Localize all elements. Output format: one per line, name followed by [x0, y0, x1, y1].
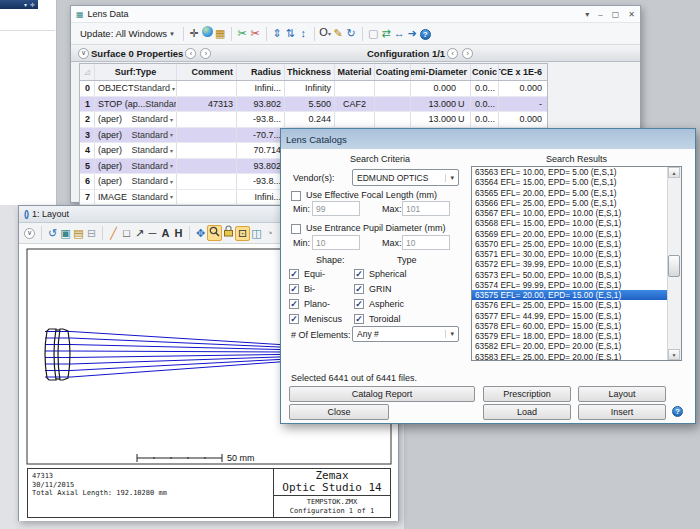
rectangle-tool-icon[interactable]: □ [120, 226, 133, 241]
efl-max-input[interactable] [402, 201, 450, 216]
text-tool-icon[interactable]: A [159, 226, 172, 241]
help-icon[interactable]: ? [672, 406, 683, 417]
comment-cell[interactable] [177, 174, 237, 189]
radius-cell[interactable]: 70.714 [237, 143, 285, 158]
help-icon[interactable]: ? [419, 26, 432, 41]
list-item[interactable]: 63568 EFL= 15.00, EPD= 10.00 (E,S,1) [472, 218, 669, 228]
dialog-titlebar[interactable]: Lens Catalogs [281, 129, 695, 149]
widen-columns-icon[interactable]: ↔ [393, 26, 406, 41]
maximize-icon[interactable]: ▢ [612, 10, 620, 19]
surface-type-dropdown[interactable]: Standard▾ [131, 114, 173, 124]
surface-type-dropdown[interactable]: Standard▾ [145, 99, 177, 109]
surf-type-cell[interactable]: STOP (ap...Standard▾ [95, 97, 177, 112]
thickness-cell[interactable]: 0.244 [285, 112, 335, 127]
scrollbar-thumb[interactable] [668, 255, 680, 277]
list-item[interactable]: 63566 EFL= 25.00, EPD= 5.00 (E,S,1) [472, 198, 669, 208]
use-epd-checkbox[interactable] [291, 224, 301, 234]
surface-sag-icon[interactable]: ✎ [332, 26, 345, 41]
print-icon[interactable]: ⊟ [85, 226, 98, 241]
list-item[interactable]: 63583 EFL= 25.00, EPD= 20.00 (E,S,1) [472, 352, 669, 362]
comment-cell[interactable] [177, 128, 237, 143]
update-all-windows-button[interactable]: Update: All Windows ▾ [75, 25, 179, 42]
comment-cell[interactable] [177, 159, 237, 174]
zoom-icon[interactable] [207, 225, 222, 241]
hline-tool-icon[interactable]: ─ [146, 226, 159, 241]
move-surface-icon[interactable]: ✛ [188, 26, 201, 41]
copy-icon[interactable]: ▣ [59, 226, 72, 241]
vendor-select[interactable]: EDMUND OPTICS ▾ [352, 169, 459, 186]
comment-cell[interactable]: 47313 [177, 97, 237, 112]
list-item[interactable]: 63571 EFL= 30.00, EPD= 10.00 (E,S,1) [472, 249, 669, 259]
surf-type-cell[interactable]: OBJECTStandard▾ [95, 81, 177, 96]
collapse-properties-icon[interactable]: ∨ [78, 48, 89, 59]
semidiam-cell[interactable]: 13.000U [411, 112, 471, 127]
scroll-down-icon[interactable]: ▼ [668, 349, 680, 360]
pan-icon[interactable]: ✥ [194, 226, 207, 241]
prev-surface-icon[interactable]: ‹ [185, 48, 196, 59]
surf-type-cell[interactable]: IMAGEStandard▾ [95, 190, 177, 205]
fit-columns-icon[interactable]: ⇄ [380, 26, 393, 41]
thickness-cell[interactable]: 5.500 [285, 97, 335, 112]
type-spherical-checkbox[interactable]: ✓ [354, 269, 364, 279]
elements-select[interactable]: Any # ▾ [352, 326, 459, 342]
list-item[interactable]: 63570 EFL= 25.00, EPD= 10.00 (E,S,1) [472, 239, 669, 249]
surface-type-dropdown[interactable]: Standard▾ [131, 161, 173, 171]
list-item[interactable]: 63578 EFL= 60.00, EPD= 15.00 (E,S,1) [472, 321, 669, 331]
surf-type-cell[interactable]: (aper)Standard▾ [95, 112, 177, 127]
type-grin-checkbox[interactable]: ✓ [354, 284, 364, 294]
shape-bi-checkbox[interactable]: ✓ [289, 284, 299, 294]
save-image-icon[interactable]: ▤ [72, 226, 85, 241]
material-cell[interactable]: CAF2 [335, 97, 375, 112]
height-tool-icon[interactable]: H [172, 226, 185, 241]
list-item[interactable]: 63565 EFL= 20.00, EPD= 5.00 (E,S,1) [472, 188, 669, 198]
thickness-cell[interactable]: Infinity [285, 81, 335, 96]
coating-cell[interactable] [375, 81, 411, 96]
radius-cell[interactable]: Infini... [237, 190, 285, 205]
radius-cell[interactable]: 93.802 [237, 159, 285, 174]
scrollbar[interactable]: ▲ ▼ [667, 167, 681, 360]
list-item[interactable]: 63564 EFL= 15.00, EPD= 5.00 (E,S,1) [472, 177, 669, 187]
shape-meniscus-checkbox[interactable]: ✓ [289, 314, 299, 324]
clone-window-icon[interactable]: ◫ [250, 226, 263, 241]
radius-cell[interactable]: 93.802 [237, 97, 285, 112]
coating-cell[interactable] [375, 97, 411, 112]
pin-icon[interactable]: ✛ [30, 1, 35, 8]
scroll-up-icon[interactable]: ▲ [668, 167, 680, 178]
goto-surface-icon[interactable]: ➜ [406, 26, 419, 41]
list-item[interactable]: 63569 EFL= 20.00, EPD= 10.00 (E,S,1) [472, 229, 669, 239]
type-toroidal-checkbox[interactable]: ✓ [354, 314, 364, 324]
list-item[interactable]: 63563 EFL= 10.00, EPD= 5.00 (E,S,1) [472, 167, 669, 177]
list-item-selected[interactable]: 63575 EFL= 20.00, EPD= 15.00 (E,S,1) [472, 290, 669, 300]
material-cell[interactable] [335, 112, 375, 127]
lens-data-titlebar[interactable]: ▦ Lens Data ▾ – ▢ ✕ [71, 6, 640, 23]
fullscreen-icon[interactable]: ⊡ [235, 226, 250, 241]
radius-cell[interactable]: -93.8... [237, 112, 285, 127]
list-item[interactable]: 63576 EFL= 25.00, EPD= 15.00 (E,S,1) [472, 300, 669, 310]
minimize-icon[interactable]: – [598, 10, 602, 19]
next-surface-icon[interactable]: › [200, 48, 211, 59]
prev-config-icon[interactable]: ‹ [447, 48, 458, 59]
close-icon[interactable]: ✕ [628, 10, 635, 19]
surface-type-dropdown[interactable]: Standard▾ [131, 145, 173, 155]
list-item[interactable]: 63572 EFL= 39.99, EPD= 10.00 (E,S,1) [472, 259, 669, 269]
surf-type-cell[interactable]: (aper)Standard▾ [95, 128, 177, 143]
catalog-report-button[interactable]: Catalog Report [289, 386, 475, 402]
use-efl-checkbox[interactable] [291, 191, 301, 201]
radius-cell[interactable]: Infini... [237, 81, 285, 96]
coating-cell[interactable] [375, 112, 411, 127]
load-button[interactable]: Load [483, 404, 571, 420]
tce-cell[interactable]: 0.000 [499, 81, 545, 96]
surf-type-cell[interactable]: (aper)Standard▾ [95, 159, 177, 174]
chevron-down-icon[interactable]: ▾ [24, 1, 27, 8]
blank-cell-icon[interactable]: ▢ [367, 26, 380, 41]
lock-icon[interactable] [222, 225, 235, 241]
prescription-button[interactable]: Prescription [483, 386, 571, 402]
conic-cell[interactable]: 0.0... [471, 81, 499, 96]
radius-cell[interactable]: -93.8... [237, 174, 285, 189]
surface-type-dropdown[interactable]: Standard▾ [131, 130, 173, 140]
comment-cell[interactable] [177, 81, 237, 96]
comment-cell[interactable] [177, 143, 237, 158]
tce-cell[interactable]: - [499, 97, 545, 112]
list-item[interactable]: 63574 EFL= 99.99, EPD= 10.00 (E,S,1) [472, 280, 669, 290]
swap-surfaces-icon[interactable]: ⇕ [271, 26, 284, 41]
